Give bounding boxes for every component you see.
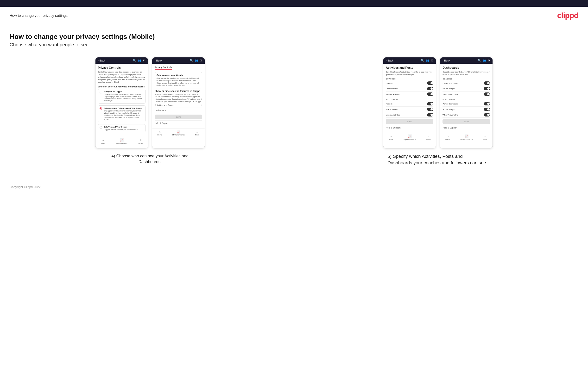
radio-followers-selected[interactable] (100, 107, 102, 110)
help-row-3: Help & Support (386, 125, 433, 130)
people-icon-3: 👥 (426, 59, 429, 62)
tab-menu-4[interactable]: ≡ Menu (483, 134, 487, 140)
screenshot-group-2: ‹ Back 🔍 👥 ⚙ Activities and Posts Select… (298, 57, 579, 166)
coaches-drills-label: Practice Drills (386, 88, 398, 90)
coaches-manual-label: Manual Activities (386, 93, 400, 95)
phone-4: ‹ Back 🔍 👥 ⚙ Dashboards Select the dashb… (440, 57, 493, 149)
tab-performance-2[interactable]: 📈 My Performance (173, 130, 185, 136)
tab-home-1[interactable]: ⌂ Home (101, 138, 105, 144)
header: How to change your privacy settings clip… (0, 7, 588, 23)
coaches-work-label: What To Work On (442, 93, 458, 95)
phone-1-option-2[interactable]: Only Approved Followers and Your Coach O… (98, 105, 146, 122)
menu-icon-4: ≡ (484, 134, 486, 138)
phone-2-topbar: ‹ Back 🔍 👥 ⚙ (152, 57, 205, 64)
search-icon-4: 🔍 (477, 59, 481, 62)
settings-icon-4: ⚙ (487, 59, 490, 62)
save-button-4[interactable]: Save (442, 119, 490, 124)
phone-4-title: Dashboards (442, 66, 490, 69)
toggle-followers-rounds-3: Rounds (386, 101, 433, 107)
tab-menu-1[interactable]: ≡ Menu (138, 138, 143, 144)
menu-icon-1: ≡ (139, 138, 141, 142)
tab-performance-4[interactable]: 📈 My Performance (460, 134, 473, 140)
phone-1-option-3[interactable]: Only You and Your Coach Only you and the… (98, 124, 146, 132)
toggle-followers-player[interactable] (484, 102, 490, 105)
toggle-followers-drills-3: Practice Drills (386, 107, 433, 112)
home-icon-4: ⌂ (447, 134, 449, 138)
tab-performance-3[interactable]: 📈 My Performance (404, 134, 416, 140)
home-icon-3: ⌂ (390, 134, 392, 138)
people-icon: 👥 (138, 59, 141, 62)
toggle-coaches-manual[interactable] (427, 92, 433, 96)
tab-home-4[interactable]: ⌂ Home (445, 134, 450, 140)
toggle-followers-insights-4: Round Insights (442, 107, 490, 112)
followers-rounds-label: Rounds (386, 103, 392, 105)
search-icon-2: 🔍 (190, 59, 193, 62)
followers-label-3: FOLLOWERS (386, 99, 433, 101)
radio-coach-only[interactable] (100, 126, 102, 129)
menu-activities[interactable]: Activities and Posts › (155, 103, 202, 108)
footer: Copyright Clippd 2022 (0, 180, 588, 194)
tab-performance-label-3: My Performance (404, 139, 416, 140)
toggle-followers-insights[interactable] (484, 108, 490, 111)
privacy-tab-label[interactable]: Privacy Controls (155, 66, 172, 70)
home-icon-1: ⌂ (102, 138, 104, 142)
tab-performance-label-1: My Performance (116, 142, 128, 144)
screenshots-row: ‹ Back 🔍 👥 ⚙ Privacy Controls Control ho… (10, 57, 578, 166)
radio-followers-label: Only Approved Followers and Your Coach (104, 107, 144, 109)
top-bar (0, 0, 588, 7)
followers-work-label: What To Work On (442, 114, 458, 116)
coaches-label-4: COACHES (442, 78, 490, 80)
phone-1-body: Privacy Controls Control how you and you… (95, 64, 148, 137)
performance-icon-1: 📈 (120, 138, 124, 142)
tab-menu-label-2: Menu (195, 134, 199, 136)
tab-performance-label-2: My Performance (173, 134, 185, 136)
phone-3-tabbar: ⌂ Home 📈 My Performance ≡ Menu (383, 133, 436, 141)
toggle-coaches-rounds[interactable] (427, 81, 433, 85)
tab-menu-label-4: Menu (483, 139, 487, 140)
tab-performance-1[interactable]: 📈 My Performance (116, 138, 128, 144)
page-title: How to change your privacy settings (Mob… (10, 33, 578, 41)
toggle-followers-manual[interactable] (427, 113, 433, 117)
search-icon-3: 🔍 (421, 59, 424, 62)
toggle-coaches-player[interactable] (484, 81, 490, 85)
tab-menu-3[interactable]: ≡ Menu (426, 134, 431, 140)
save-button-2[interactable]: Save (155, 115, 202, 119)
toggle-coaches-work[interactable] (484, 92, 490, 96)
phone-1-tabbar: ⌂ Home 📈 My Performance ≡ Menu (95, 137, 148, 145)
toggle-coaches-manual-3: Manual Activities (386, 92, 433, 97)
performance-icon-4: 📈 (465, 134, 468, 138)
toggle-followers-rounds[interactable] (427, 102, 433, 105)
coaches-label-3: COACHES (386, 78, 433, 80)
settings-icon-2: ⚙ (200, 59, 202, 62)
coaches-insights-label: Round Insights (442, 88, 455, 90)
performance-icon-2: 📈 (176, 130, 180, 133)
toggle-followers-work[interactable] (484, 113, 490, 117)
radio-everyone[interactable] (100, 91, 102, 93)
help-row-2: Help & Support (155, 120, 202, 126)
phone-4-back: ‹ Back (442, 59, 450, 62)
help-row-4: Help & Support (442, 125, 490, 130)
tab-menu-2[interactable]: ≡ Menu (195, 130, 199, 136)
caption-2: 5) Specify which Activities, Posts and D… (388, 153, 488, 166)
page-subtitle: Choose what you want people to see (10, 42, 578, 48)
followers-label-4: FOLLOWERS (442, 99, 490, 101)
toggle-followers-drills[interactable] (427, 108, 433, 111)
tab-home-3[interactable]: ⌂ Home (389, 134, 393, 140)
phone-1-option-1[interactable]: Everyone on Clippd Everyone on Clippd ca… (98, 89, 146, 103)
tab-home-2[interactable]: ⌂ Home (157, 130, 162, 136)
tooltip-title: Only You and Your Coach (156, 74, 200, 76)
toggle-coaches-insights[interactable] (484, 87, 490, 90)
tab-home-label-4: Home (445, 139, 450, 140)
radio-coach-label: Only You and Your Coach (104, 126, 138, 128)
phone-1-desc: Control how you and your data appears to… (98, 71, 146, 83)
save-button-3[interactable]: Save (386, 119, 433, 124)
coaches-rounds-label: Rounds (386, 82, 392, 84)
followers-player-label: Player Dashboard (442, 103, 458, 105)
home-icon-2: ⌂ (159, 130, 161, 133)
toggle-coaches-drills[interactable] (427, 87, 433, 90)
phone-2-tooltip: Only You and Your Coach Only you and the… (155, 72, 202, 88)
tab-home-label-3: Home (389, 139, 393, 140)
radio-everyone-label: Everyone on Clippd (104, 91, 144, 93)
toggle-coaches-rounds-3: Rounds (386, 80, 433, 86)
menu-dashboards[interactable]: Dashboards › (155, 108, 202, 113)
